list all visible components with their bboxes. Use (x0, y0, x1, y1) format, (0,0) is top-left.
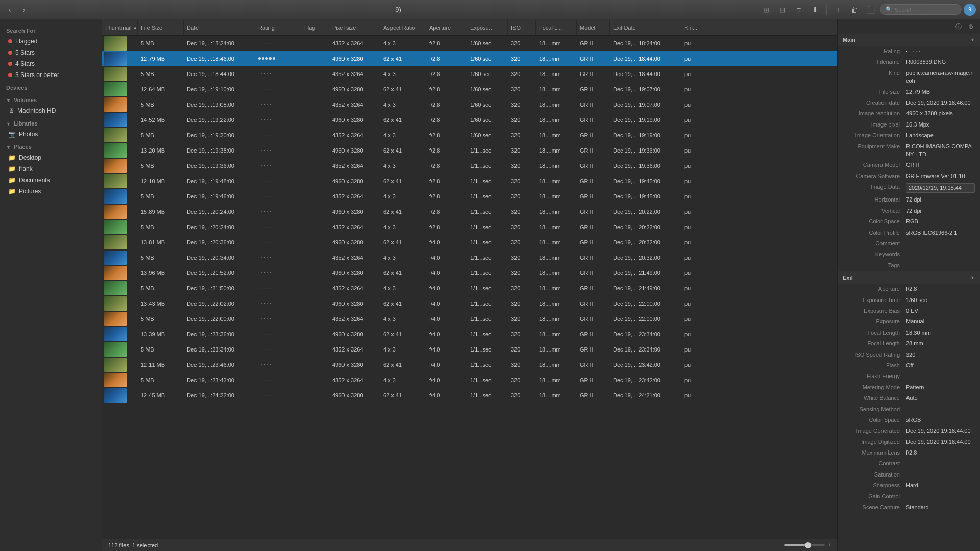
thumbnail-image (104, 113, 127, 127)
panel-field-value[interactable]: 2020/12/19, 19:18:44 (906, 183, 975, 193)
cell-flag (301, 97, 329, 112)
cell-focal: 18....mm (536, 82, 577, 96)
cell-filesize: 13.43 MB (138, 296, 184, 311)
sidebar-item-documents[interactable]: 📁 Documents (2, 174, 100, 186)
col-header-date[interactable]: Date (184, 19, 255, 35)
table-row[interactable]: 5 MB Dec 19,...:19:46:00 · · · · · 4352 … (102, 189, 837, 204)
panel-section-main-label: Main (843, 37, 855, 43)
zoom-slider[interactable] (784, 544, 825, 546)
panel-section-main-header[interactable]: Main ▼ (838, 34, 980, 46)
cell-aperture: f/4.0 (426, 372, 467, 387)
table-row[interactable]: 13.39 MB Dec 19,...:23:36:00 · · · · · 4… (102, 327, 837, 342)
table-row[interactable]: 12.64 MB Dec 19,...:19:10:00 · · · · · 4… (102, 82, 837, 97)
table-row[interactable]: 5 MB Dec 19,...:19:36:00 · · · · · 4352 … (102, 158, 837, 173)
cell-rating: · · · · · (255, 189, 301, 204)
table-row[interactable]: 13.43 MB Dec 19,...:22:02:00 · · · · · 4… (102, 296, 837, 311)
col-header-flag[interactable]: Flag (301, 19, 329, 35)
col-header-aspect[interactable]: Aspect Ratio (380, 19, 426, 35)
sidebar-item-desktop[interactable]: 📁 Desktop (2, 152, 100, 163)
col-header-focal[interactable]: Focal L... (536, 19, 577, 35)
search-box[interactable]: 🔍 (880, 4, 962, 15)
cell-filesize: 5 MB (138, 219, 184, 234)
table-row[interactable]: 5 MB Dec 19,...:23:34:00 · · · · · 4352 … (102, 342, 837, 357)
panel-info-button[interactable]: ⓘ (953, 21, 964, 32)
forward-button[interactable]: › (18, 4, 30, 15)
panel-main-row: Image pixel 16.3 Mpx (838, 119, 980, 130)
list-view-button[interactable]: ≡ (792, 3, 806, 17)
table-row[interactable]: 12.10 MB Dec 19,...:19:48:00 · · · · · 4… (102, 173, 837, 189)
table-row[interactable]: 5 MB Dec 19,...:18:24:00 · · · · · 4352 … (102, 36, 837, 51)
col-header-rating[interactable]: Rating (255, 19, 301, 35)
col-header-exposure[interactable]: Exposu... (467, 19, 508, 35)
panel-exif-row: Color Space sRGB (838, 415, 980, 425)
cell-aperture: f/2.8 (426, 51, 467, 66)
table-row[interactable]: 5 MB Dec 19,...:23:42:00 · · · · · 4352 … (102, 372, 837, 388)
sidebar-item-pictures[interactable]: 📁 Pictures (2, 186, 100, 197)
grid-view-button[interactable]: ⊞ (759, 3, 773, 17)
table-row[interactable]: 5 MB Dec 19,...:18:44:00 · · · · · 4352 … (102, 66, 837, 82)
cell-exposure: 1/1...sec (467, 357, 508, 372)
table-row[interactable]: 5 MB Dec 19,...:19:20:00 · · · · · 4352 … (102, 128, 837, 143)
cell-model: GR II (577, 143, 610, 158)
table-row[interactable]: 5 MB Dec 19,...:21:50:00 · · · · · 4352 … (102, 281, 837, 296)
table-row[interactable]: 5 MB Dec 19,...:22:00:00 · · · · · 4352 … (102, 311, 837, 327)
sidebar-item-flagged[interactable]: Flagged (2, 36, 100, 47)
panel-exif-label: Metering Mode (843, 384, 904, 391)
col-header-pixel[interactable]: Pixel size (329, 19, 380, 35)
libraries-section-title: ▼ Libraries (0, 116, 102, 129)
sidebar-item-4stars[interactable]: 4 Stars (2, 58, 100, 69)
col-header-filesize[interactable]: File Size (138, 19, 184, 35)
sidebar-item-photos[interactable]: 📷 Photos (2, 129, 100, 140)
sidebar-item-macintosh-hd[interactable]: 🖥 Macintosh HD (2, 105, 100, 116)
panel-exif-row: Flash Energy (838, 371, 980, 382)
cell-thumbnail (102, 204, 138, 219)
columns-button[interactable]: ⊟ (775, 3, 790, 17)
cell-flag (301, 235, 329, 249)
table-row[interactable]: 13.20 MB Dec 19,...:19:38:00 · · · · · 4… (102, 143, 837, 158)
col-header-kind[interactable]: Kin... (681, 19, 722, 35)
col-header-model[interactable]: Model (577, 19, 610, 35)
sidebar-item-5stars[interactable]: 5 Stars (2, 47, 100, 58)
cell-thumbnail (102, 296, 138, 311)
sidebar-item-frank[interactable]: 📁 frank (2, 163, 100, 174)
cell-focal: 18....mm (536, 112, 577, 127)
panel-exif-label: Exposure Time (843, 296, 904, 304)
share-button[interactable]: ↑ (831, 3, 845, 17)
cell-kind: pu (681, 36, 722, 51)
panel-section-exif-header[interactable]: Exif ▼ (838, 271, 980, 284)
table-row[interactable]: 12.11 MB Dec 19,...:23:46:00 · · · · · 4… (102, 357, 837, 372)
table-row[interactable]: 12.45 MB Dec 19,...:24:22:00 · · · · · 4… (102, 388, 837, 403)
table-row[interactable]: 5 MB Dec 19,...:19:08:00 · · · · · 4352 … (102, 97, 837, 112)
table-row[interactable]: 13.81 MB Dec 19,...:20:36:00 · · · · · 4… (102, 235, 837, 250)
cell-thumbnail (102, 327, 138, 341)
table-row[interactable]: 5 MB Dec 19,...:20:34:00 · · · · · 4352 … (102, 250, 837, 265)
import-button[interactable]: ⬇ (808, 3, 822, 17)
search-input[interactable] (895, 7, 956, 13)
panel-main-row: Comment (838, 238, 980, 249)
cell-aspect: 4 x 3 (380, 281, 426, 295)
sidebar-item-3stars[interactable]: 3 Stars or better (2, 69, 100, 81)
col-header-iso[interactable]: ISO (508, 19, 536, 35)
table-row[interactable]: 13.96 MB Dec 19,...:21:52:00 · · · · · 4… (102, 265, 837, 281)
col-header-aperture[interactable]: Aperture (426, 19, 467, 35)
cell-flag (301, 36, 329, 51)
table-row[interactable]: 15.89 MB Dec 19,...:20:24:00 · · · · · 4… (102, 204, 837, 219)
cell-flag (301, 204, 329, 219)
cell-rating: · · · · · (255, 250, 301, 265)
col-header-exifdate[interactable]: Exif Date (610, 19, 681, 35)
sidebar-item-photos-label: Photos (19, 131, 38, 138)
camera-button[interactable]: ⬛ (864, 3, 878, 17)
table-row[interactable]: 5 MB Dec 19,...:20:24:00 · · · · · 4352 … (102, 219, 837, 235)
table-row[interactable]: 12.79 MB Dec 19,...:18:46:00 4960 x 3280… (102, 51, 837, 66)
back-button[interactable]: ‹ (4, 4, 15, 15)
cell-rating: · · · · · (255, 281, 301, 295)
sidebar-item-frank-label: frank (19, 165, 33, 172)
trash-button[interactable]: 🗑 (847, 3, 862, 17)
col-header-thumbnail[interactable]: Thumbnail ▲ (102, 19, 138, 35)
panel-exif-label: Image Generated (843, 427, 904, 435)
panel-field-value: public.camera-raw-image.ricoh (906, 69, 975, 85)
table-row[interactable]: 14.52 MB Dec 19,...:19:22:00 · · · · · 4… (102, 112, 837, 128)
panel-exif-value: f/2.8 (906, 449, 975, 457)
panel-field-label: Creation date (843, 99, 904, 107)
panel-expand-button[interactable]: ⊕ (966, 21, 976, 32)
